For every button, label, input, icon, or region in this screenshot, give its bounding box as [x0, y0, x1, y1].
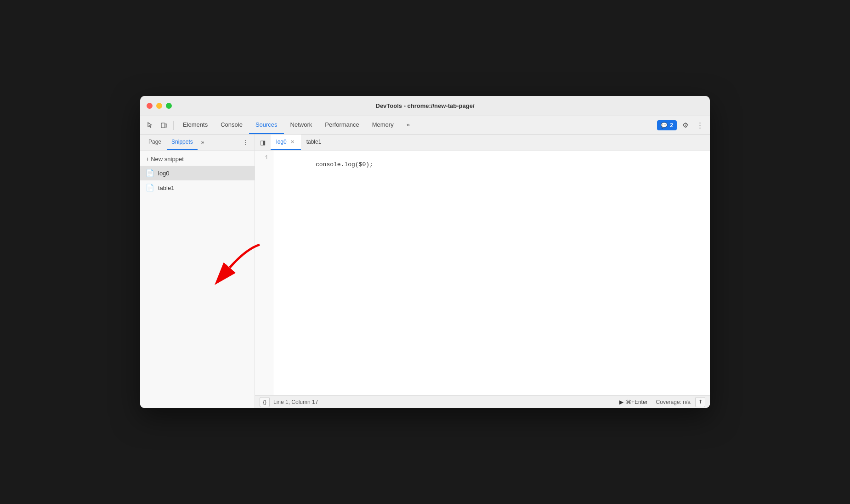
snippet-name-log0: log0 [158, 170, 170, 177]
format-output-button[interactable]: ⬆ [695, 397, 705, 407]
svg-rect-0 [161, 123, 165, 128]
format-icon: {} [263, 399, 266, 405]
status-bar: {} Line 1, Column 17 ▶ ⌘+Enter Coverage:… [255, 395, 710, 408]
file-icon: 📄 [146, 184, 154, 192]
panel-menu-button[interactable]: ⋮ [240, 137, 251, 148]
format-output-icon: ⬆ [698, 399, 703, 405]
line-numbers: 1 [255, 151, 273, 395]
toggle-icon: ◨ [260, 139, 266, 146]
file-icon: 📄 [146, 169, 154, 177]
cursor-icon [147, 122, 154, 129]
coverage-status: Coverage: n/a [656, 399, 691, 405]
status-left: {} Line 1, Column 17 [260, 397, 318, 407]
maximize-button[interactable] [166, 103, 172, 109]
tab-sources[interactable]: Sources [249, 116, 284, 134]
code-content[interactable]: console.log($0); [273, 151, 710, 395]
right-panel: ◨ log0 ✕ table1 1 console.log($0); [255, 134, 710, 408]
tab-more[interactable]: » [400, 116, 416, 134]
editor-tab-label-table1: table1 [306, 139, 322, 145]
svg-rect-1 [165, 124, 167, 127]
dots-icon: ⋮ [697, 121, 703, 129]
snippet-name-table1: table1 [158, 185, 174, 191]
issues-icon: 💬 [661, 122, 668, 129]
more-options-button[interactable]: ⋮ [693, 119, 706, 132]
tab-elements[interactable]: Elements [176, 116, 214, 134]
device-icon [160, 122, 168, 129]
editor-toggle-button[interactable]: ◨ [257, 136, 269, 148]
code-editor[interactable]: 1 console.log($0); [255, 151, 710, 395]
panel-more-tabs[interactable]: » [198, 137, 207, 147]
panel-actions: ⋮ [240, 137, 251, 148]
main-toolbar: Elements Console Sources Network Perform… [140, 116, 710, 134]
editor-tab-label-log0: log0 [276, 139, 287, 145]
toolbar-right: 💬 2 ⚙ ⋮ [657, 119, 706, 132]
tab-console[interactable]: Console [214, 116, 249, 134]
traffic-lights [147, 103, 172, 109]
tab-snippets[interactable]: Snippets [167, 134, 198, 150]
content-area: Page Snippets » ⋮ + New snippet [140, 134, 710, 408]
close-tab-log0[interactable]: ✕ [289, 139, 295, 145]
tab-page[interactable]: Page [144, 134, 166, 150]
title-bar: DevTools - chrome://new-tab-page/ [140, 96, 710, 116]
issues-count: 2 [670, 122, 673, 129]
window-title: DevTools - chrome://new-tab-page/ [375, 102, 474, 109]
panel-tabs: Page Snippets » ⋮ [140, 134, 255, 151]
tab-network[interactable]: Network [284, 116, 319, 134]
format-button[interactable]: {} [260, 397, 270, 407]
tab-performance[interactable]: Performance [318, 116, 365, 134]
editor-tab-table1[interactable]: table1 [301, 134, 327, 150]
cursor-position: Line 1, Column 17 [273, 399, 318, 405]
inspect-element-button[interactable] [144, 119, 157, 132]
issues-button[interactable]: 💬 2 [657, 120, 677, 130]
snippet-list: + New snippet 📄 log0 📄 table1 [140, 151, 255, 408]
close-button[interactable] [147, 103, 153, 109]
list-item[interactable]: 📄 table1 [140, 180, 255, 195]
editor-tabs: ◨ log0 ✕ table1 [255, 134, 710, 151]
panel-menu-icon: ⋮ [242, 139, 249, 146]
tab-memory[interactable]: Memory [366, 116, 400, 134]
list-item[interactable]: 📄 log0 [140, 166, 255, 180]
toolbar-tabs: Elements Console Sources Network Perform… [176, 116, 656, 134]
settings-button[interactable]: ⚙ [679, 119, 691, 132]
run-button[interactable]: ▶ ⌘+Enter [616, 398, 652, 406]
toolbar-separator-1 [173, 121, 174, 130]
editor-tab-log0[interactable]: log0 ✕ [271, 134, 301, 150]
new-snippet-button[interactable]: + New snippet [140, 152, 255, 166]
gear-icon: ⚙ [682, 121, 688, 129]
device-toggle-button[interactable] [158, 119, 170, 132]
minimize-button[interactable] [156, 103, 162, 109]
run-shortcut: ⌘+Enter [626, 399, 648, 405]
status-right: ▶ ⌘+Enter Coverage: n/a ⬆ [616, 397, 705, 407]
run-icon: ▶ [619, 399, 623, 405]
left-panel: Page Snippets » ⋮ + New snippet [140, 134, 255, 408]
new-snippet-label: + New snippet [146, 156, 184, 162]
